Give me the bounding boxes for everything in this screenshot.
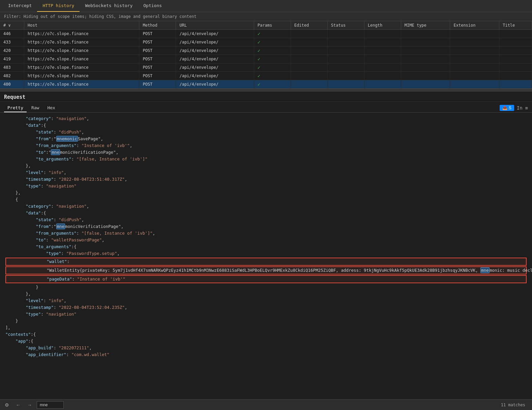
json-line: "wallet": bbox=[5, 258, 527, 266]
cell-edited bbox=[291, 63, 327, 72]
col-header-title[interactable]: Title bbox=[499, 21, 532, 30]
table-row[interactable]: 433 https://o7e.slope.finance POST /api/… bbox=[0, 38, 532, 47]
cell-title bbox=[499, 72, 532, 80]
cell-extension bbox=[450, 30, 499, 38]
col-header-extension[interactable]: Extension bbox=[450, 21, 499, 30]
cell-extension bbox=[450, 55, 499, 63]
json-line: "WalletEntity{privateKey: 5ym7j1vdHf4X7s… bbox=[5, 266, 527, 274]
cell-length bbox=[364, 80, 401, 89]
filter-bar: Filter: Hiding out of scope items; hidin… bbox=[0, 12, 532, 21]
mne-highlight: mne bbox=[56, 224, 65, 229]
table-row[interactable]: 400 https://o7e.slope.finance POST /api/… bbox=[0, 80, 532, 89]
req-tab-pretty[interactable]: Pretty bbox=[4, 104, 27, 112]
cell-num: 402 bbox=[0, 72, 24, 80]
json-line: } bbox=[5, 318, 527, 324]
cell-url: /api/4/envelope/ bbox=[176, 38, 254, 47]
back-button[interactable]: ← bbox=[14, 402, 23, 408]
cell-length bbox=[364, 47, 401, 55]
cell-length bbox=[364, 63, 401, 72]
cell-num: 420 bbox=[0, 47, 24, 55]
tab-websockets-history[interactable]: WebSockets history bbox=[80, 0, 138, 12]
col-header-num[interactable]: # ∨ bbox=[0, 21, 24, 30]
cell-length bbox=[364, 30, 401, 38]
cell-status bbox=[327, 55, 364, 63]
tab-intercept[interactable]: Intercept bbox=[3, 0, 37, 12]
cell-mime bbox=[401, 72, 450, 80]
col-header-method[interactable]: Method bbox=[139, 21, 176, 30]
cell-method: POST bbox=[139, 47, 176, 55]
json-line: "from":"mnemonicVerificationPage", bbox=[5, 223, 527, 230]
indent-icon[interactable]: In bbox=[517, 105, 523, 111]
json-line: }, bbox=[5, 163, 527, 169]
json-line: "to": "walletPasswordPage", bbox=[5, 237, 527, 243]
tab-options[interactable]: Options bbox=[138, 0, 167, 12]
cell-host: https://o7e.slope.finance bbox=[24, 38, 139, 47]
cell-url: /api/4/envelope/ bbox=[176, 47, 254, 55]
cell-method: POST bbox=[139, 80, 176, 89]
cell-params: ✓ bbox=[254, 30, 291, 38]
col-header-mime[interactable]: MIME type bbox=[401, 21, 450, 30]
cell-length bbox=[364, 55, 401, 63]
cell-url: /api/4/envelope/ bbox=[176, 80, 254, 89]
request-section: Request Pretty Raw Hex 📤 S In ≡ "categor… bbox=[0, 91, 532, 410]
cell-url: /api/4/envelope/ bbox=[176, 72, 254, 80]
cell-method: POST bbox=[139, 30, 176, 38]
cell-extension bbox=[450, 38, 499, 47]
cell-edited bbox=[291, 38, 327, 47]
table-row[interactable]: 403 https://o7e.slope.finance POST /api/… bbox=[0, 63, 532, 72]
request-title: Request bbox=[4, 94, 25, 100]
tab-http-history[interactable]: HTTP history bbox=[37, 0, 80, 12]
cell-url: /api/4/envelope/ bbox=[176, 30, 254, 38]
cell-params: ✓ bbox=[254, 55, 291, 63]
cell-host: https://o7c.slope.finance bbox=[24, 30, 139, 38]
json-line: "timestamp": "2022-08-04T23:51:40.317Z", bbox=[5, 176, 527, 183]
json-line: ], bbox=[5, 324, 527, 331]
col-header-edited[interactable]: Edited bbox=[291, 21, 327, 30]
cell-title bbox=[499, 30, 532, 38]
json-line: "from_arguments": "Instance of 'ivb'", bbox=[5, 142, 527, 149]
menu-icon[interactable]: ≡ bbox=[525, 105, 528, 111]
col-header-length[interactable]: Length bbox=[364, 21, 401, 30]
forward-button[interactable]: → bbox=[25, 402, 34, 408]
json-line: "type": "navigation" bbox=[5, 311, 527, 318]
cell-mime bbox=[401, 80, 450, 89]
table-row[interactable]: 446 https://o7c.slope.finance POST /api/… bbox=[0, 30, 532, 38]
search-input[interactable] bbox=[37, 401, 64, 409]
table-header-row: # ∨ Host Method URL Params Edited Status… bbox=[0, 21, 532, 30]
json-line: "from":"mnemonicSavePage", bbox=[5, 136, 527, 142]
cell-mime bbox=[401, 47, 450, 55]
section-divider bbox=[0, 89, 532, 91]
cell-num: 419 bbox=[0, 55, 24, 63]
json-line: "state": "didPush", bbox=[5, 129, 527, 136]
cell-status bbox=[327, 38, 364, 47]
req-tab-raw[interactable]: Raw bbox=[28, 104, 42, 112]
settings-icon[interactable]: ⚙ bbox=[3, 402, 11, 408]
col-header-url[interactable]: URL bbox=[176, 21, 254, 30]
send-button[interactable]: 📤 S bbox=[500, 105, 514, 111]
cell-status bbox=[327, 63, 364, 72]
req-tab-hex[interactable]: Hex bbox=[44, 104, 58, 112]
table-row[interactable]: 419 https://o7e.slope.finance POST /api/… bbox=[0, 55, 532, 63]
table-row[interactable]: 402 https://o7e.slope.finance POST /api/… bbox=[0, 72, 532, 80]
top-tab-bar: Intercept HTTP history WebSockets histor… bbox=[0, 0, 532, 12]
col-header-params[interactable]: Params bbox=[254, 21, 291, 30]
col-header-host[interactable]: Host bbox=[24, 21, 139, 30]
json-line: "app":{ bbox=[5, 338, 527, 345]
request-header: Request bbox=[0, 91, 532, 102]
cell-edited bbox=[291, 80, 327, 89]
cell-edited bbox=[291, 55, 327, 63]
cell-edited bbox=[291, 30, 327, 38]
json-line: "category": "navigation", bbox=[5, 115, 527, 122]
json-line: "app_build": "2022072111", bbox=[5, 345, 527, 351]
cell-status bbox=[327, 72, 364, 80]
json-line: "type": "PasswordType.setup", bbox=[5, 250, 527, 257]
cell-host: https://o7e.slope.finance bbox=[24, 72, 139, 80]
cell-length bbox=[364, 72, 401, 80]
table-row[interactable]: 420 https://o7e.slope.finance POST /api/… bbox=[0, 47, 532, 55]
bottom-bar: ⚙ ← → 11 matches bbox=[0, 399, 532, 410]
mne-highlight: mne bbox=[480, 267, 490, 273]
json-line: "type": "navigation" bbox=[5, 183, 527, 189]
cell-num: 400 bbox=[0, 80, 24, 89]
cell-host: https://o7e.slope.finance bbox=[24, 80, 139, 89]
col-header-status[interactable]: Status bbox=[327, 21, 364, 30]
